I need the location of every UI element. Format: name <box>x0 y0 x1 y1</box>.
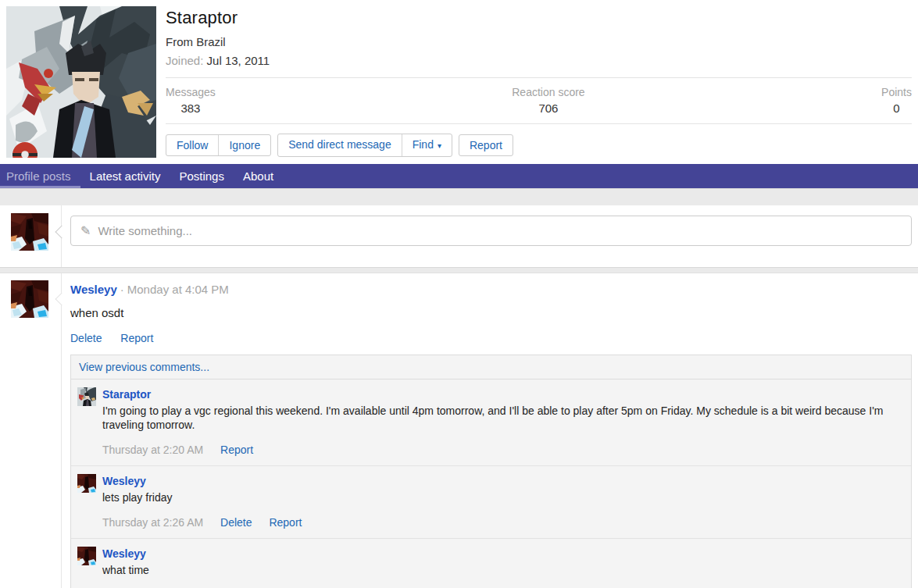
comment-row: Wesleyy what time Friday at 9:24 PM Dele… <box>71 538 911 588</box>
profile-actions: Follow Ignore Send direct message Find▾ … <box>166 124 912 157</box>
staraptor-avatar-art <box>6 6 156 158</box>
tab-postings[interactable]: Postings <box>170 164 234 188</box>
composer-content: ✎ <box>62 205 918 267</box>
comment-main: Staraptor I'm going to play a vgc region… <box>102 387 902 456</box>
comment-report-link[interactable]: Report <box>220 444 253 456</box>
profile-location: From Brazil <box>166 35 912 48</box>
comment-text: I'm going to play a vgc regional this we… <box>102 404 902 432</box>
post-timestamp[interactable]: Monday at 4:04 PM <box>127 283 229 296</box>
comment-text: what time <box>102 563 902 577</box>
pencil-icon: ✎ <box>80 223 91 238</box>
report-button[interactable]: Report <box>459 134 513 156</box>
stat-reaction-score-label: Reaction score <box>512 86 584 98</box>
comment-footer: Thursday at 2:20 AM Report <box>102 444 902 456</box>
profile-header-main: Staraptor From Brazil Joined: Jul 13, 20… <box>166 6 912 158</box>
page-title: Staraptor <box>166 8 912 28</box>
post-delete-link[interactable]: Delete <box>70 332 102 344</box>
comment-author-link[interactable]: Staraptor <box>102 388 151 401</box>
comment-main: Wesleyy lets play friday Thursday at 2:2… <box>102 474 902 529</box>
view-previous-comments-link[interactable]: View previous comments... <box>71 355 911 380</box>
profile-avatar[interactable] <box>6 6 156 158</box>
comment-main: Wesleyy what time Friday at 9:24 PM Dele… <box>102 547 902 588</box>
wesleyy-avatar-art <box>77 474 96 493</box>
section-spacer <box>0 267 918 273</box>
comment-report-link[interactable]: Report <box>269 516 302 529</box>
tab-latest-activity[interactable]: Latest activity <box>80 164 170 188</box>
stat-points: Points 0 <box>881 86 912 115</box>
post-author-link[interactable]: Wesleyy <box>70 283 117 296</box>
find-button[interactable]: Find▾ <box>402 134 452 156</box>
profile-tab-bar: Profile posts Latest activity Postings A… <box>0 164 918 188</box>
post-message: when osdt <box>70 306 912 319</box>
post-report-link[interactable]: Report <box>120 332 153 344</box>
follow-button[interactable]: Follow <box>166 135 218 155</box>
composer[interactable]: ✎ <box>70 216 912 246</box>
wesleyy-avatar-art <box>11 213 48 251</box>
find-button-label: Find <box>413 138 434 151</box>
post-author-avatar[interactable] <box>11 280 48 318</box>
profile-header: Staraptor From Brazil Joined: Jul 13, 20… <box>0 0 918 164</box>
wesleyy-avatar-art <box>77 547 96 565</box>
stat-messages-label: Messages <box>166 86 216 98</box>
ignore-button[interactable]: Ignore <box>218 135 270 155</box>
stat-reaction-score-value[interactable]: 706 <box>512 102 584 115</box>
profile-stats: Messages 383 Reaction score 706 Points 0 <box>166 77 912 124</box>
comments-block: View previous comments... <box>70 355 912 588</box>
tab-about[interactable]: About <box>234 164 283 188</box>
send-direct-message-button[interactable]: Send direct message <box>278 134 402 156</box>
dot-separator: · <box>120 283 124 296</box>
wesleyy-avatar-art <box>11 280 48 318</box>
profile-joined: Joined: Jul 13, 2011 <box>166 54 912 77</box>
composer-avatar[interactable] <box>11 213 48 251</box>
stat-points-label: Points <box>881 86 912 98</box>
profile-post: Wesleyy·Monday at 4:04 PM when osdt Dele… <box>0 273 918 588</box>
joined-value: Jul 13, 2011 <box>207 54 270 67</box>
comment-timestamp[interactable]: Thursday at 2:20 AM <box>102 444 203 456</box>
composer-gutter <box>0 205 62 267</box>
comment-row: Staraptor I'm going to play a vgc region… <box>71 380 911 465</box>
comment-author-avatar[interactable] <box>77 547 96 565</box>
post-content-area: Wesleyy·Monday at 4:04 PM when osdt Dele… <box>62 273 918 588</box>
comment-author-link[interactable]: Wesleyy <box>102 475 146 487</box>
follow-ignore-group: Follow Ignore <box>166 134 271 156</box>
stat-points-value: 0 <box>881 102 912 115</box>
comment-text: lets play friday <box>102 490 902 504</box>
comment-timestamp[interactable]: Thursday at 2:26 AM <box>102 516 203 529</box>
comment-author-link[interactable]: Wesleyy <box>102 547 146 560</box>
comment-row: Wesleyy lets play friday Thursday at 2:2… <box>71 465 911 538</box>
comment-author-avatar[interactable] <box>77 474 96 493</box>
message-find-group: Send direct message Find▾ <box>277 134 452 157</box>
comment-footer: Thursday at 2:26 AM Delete Report <box>102 516 902 529</box>
post-actions: Delete Report <box>70 332 912 344</box>
tab-profile-posts[interactable]: Profile posts <box>0 164 80 188</box>
stat-messages-value[interactable]: 383 <box>166 102 216 115</box>
stat-messages: Messages 383 <box>166 86 216 115</box>
section-spacer <box>0 188 918 205</box>
staraptor-avatar-art <box>77 387 96 406</box>
composer-section: ✎ <box>0 205 918 267</box>
comment-author-avatar[interactable] <box>77 387 96 406</box>
post-gutter <box>0 273 62 588</box>
composer-input[interactable] <box>98 224 902 237</box>
caret-down-icon: ▾ <box>438 141 441 150</box>
post-header: Wesleyy·Monday at 4:04 PM <box>70 283 912 296</box>
comment-delete-link[interactable]: Delete <box>220 516 252 529</box>
joined-label: Joined: <box>166 54 203 67</box>
stat-reaction-score: Reaction score 706 <box>512 86 584 115</box>
